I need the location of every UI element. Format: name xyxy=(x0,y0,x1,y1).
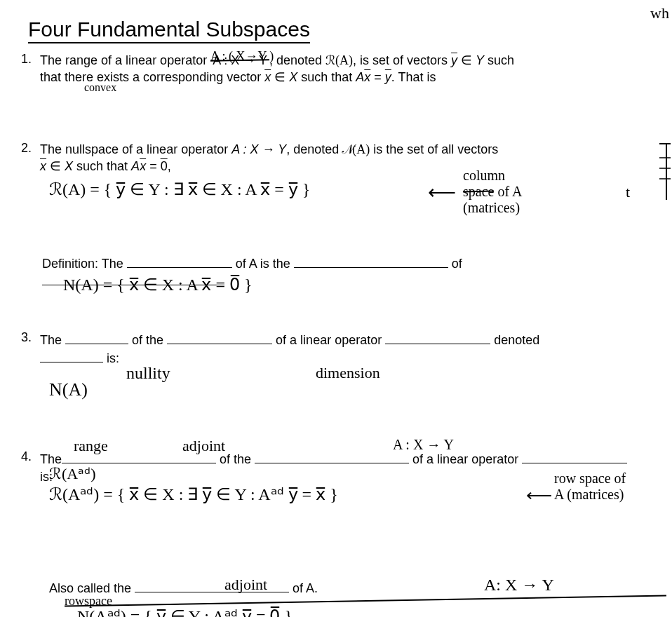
text: The xyxy=(40,333,65,347)
item-1: 1. The range of a linear operator A : X … xyxy=(21,52,651,86)
NA-symbol: 𝒩(A) xyxy=(342,142,370,156)
hw-t: t xyxy=(626,183,630,201)
text: , denoted xyxy=(269,53,325,67)
xbar2: x xyxy=(140,159,146,173)
margin-doodle xyxy=(658,140,672,207)
page-fragment-right: wh xyxy=(650,4,669,22)
item-4-number: 4. xyxy=(21,449,36,464)
blank xyxy=(167,330,272,344)
item-4: 4. The of the of a linear operator is: r… xyxy=(21,449,651,484)
text: ∈ X such that A xyxy=(271,70,364,84)
hw-RAad-below: ℛ(Aᵃᵈ) xyxy=(49,465,96,483)
hw-AXY-right: A: X → Y xyxy=(484,576,554,595)
text: . That is xyxy=(391,70,436,84)
text: The nullspace of a linear operator xyxy=(40,142,231,156)
item-3-body: The of the of a linear operator denoted … xyxy=(40,330,643,367)
y-in-Y: y xyxy=(451,53,457,67)
x-bar2: x xyxy=(364,70,370,84)
hw-AXY-top: A : X → Y xyxy=(393,437,454,453)
text: The range of a linear operator xyxy=(40,53,207,67)
blank xyxy=(294,254,448,268)
RA-symbol: ℛ(A) xyxy=(325,53,353,67)
blank xyxy=(40,348,103,362)
item-1-body: The range of a linear operator A : X → Y… xyxy=(40,52,643,86)
text: of a linear operator xyxy=(272,333,385,347)
text: = xyxy=(146,159,161,173)
text: is the set of all vectors xyxy=(370,142,498,156)
hw-space-strike: space xyxy=(463,184,494,199)
text: of the xyxy=(128,333,167,347)
comma: , xyxy=(168,159,171,173)
blank xyxy=(127,254,232,268)
hw-of-A-vis: of A xyxy=(497,184,522,199)
hw-axyfn: A : ( X→Y ) xyxy=(210,49,274,64)
hw-RAad-set: ℛ(Aᵃᵈ) = { x̅ ∈ X : ∃ y̅ ∈ Y : Aᵃᵈ y̅ = … xyxy=(49,484,540,504)
blank xyxy=(522,449,627,463)
text: denoted xyxy=(490,333,539,347)
hw-NA-set: N(A) = { x̅ ∈ X : A x̅ = 0̅ } xyxy=(63,275,252,294)
text: of xyxy=(452,257,462,271)
item-2: 2. The nullspace of a linear operator A … xyxy=(21,141,651,175)
hw-matrices: (matrices) xyxy=(463,200,520,215)
text: of A. xyxy=(289,581,318,595)
x-bar: x xyxy=(264,70,271,84)
blank xyxy=(255,449,409,463)
y-bar: y xyxy=(385,70,391,84)
hw-convex: convex xyxy=(84,81,116,94)
page-title: Four Fundamental Subspaces xyxy=(28,18,310,43)
hw-arrow-left: ⟵ xyxy=(428,181,456,204)
text: , is set of vectors xyxy=(353,53,451,67)
blank xyxy=(385,330,490,344)
text: Also called the xyxy=(49,581,135,595)
text: of a linear operator xyxy=(409,452,522,466)
doodle-svg xyxy=(658,140,672,203)
hw-adjoint-fill: adjoint xyxy=(224,576,267,594)
text: is: xyxy=(103,351,119,365)
text: ∈ X such that A xyxy=(46,159,140,173)
def-label: Definition: The xyxy=(42,257,123,271)
hw-NCA: N(A) xyxy=(49,379,88,400)
hw-rowspace-strike-inner: rowspace xyxy=(65,594,112,608)
hw-rowspace-1: row space of xyxy=(554,470,626,486)
blank xyxy=(65,330,128,344)
hw-RA-set: ℛ(A) = { y̅ ∈ Y : ∃ x̅ ∈ X : A x̅ = y̅ } xyxy=(49,179,310,199)
hw-dimension: dimension xyxy=(316,364,380,382)
hw-nullity: nullity xyxy=(126,364,170,383)
hw-rowspace-2: A (matrices) xyxy=(554,487,624,502)
text: of A is the xyxy=(236,257,294,271)
hw-rowspace: row space of A (matrices) xyxy=(554,470,672,503)
xbar: x xyxy=(40,159,46,173)
text: = xyxy=(370,70,385,84)
item-1-number: 1. xyxy=(21,52,36,67)
hw-arrow2: ⟵ xyxy=(526,484,552,506)
hw-NAad-set: N(Aᵃᵈ) = { y̅ ∈ Y : Aᵃᵈ y̅ = 0̅ } xyxy=(77,606,293,617)
text: The xyxy=(40,452,62,466)
hw-range: range xyxy=(74,437,108,455)
also-called-block: Also called the of A. rowspace adjoint A… xyxy=(49,578,651,611)
text: ∈ Y such xyxy=(457,53,514,67)
item-3: 3. The of the of a linear operator denot… xyxy=(21,330,651,367)
definition-block: Definition: The of A is the of N(A) = { … xyxy=(42,254,651,289)
text: that there exists a corresponding vector xyxy=(40,70,264,84)
hw-column-word: column xyxy=(463,168,505,183)
text: , denoted xyxy=(286,142,342,156)
item-2-number: 2. xyxy=(21,141,36,156)
item-2-body: The nullspace of a linear operator A : X… xyxy=(40,141,643,175)
AXY: A : X → Y xyxy=(231,142,286,156)
hw-column: column space space of Aof A (matrices) xyxy=(463,168,522,216)
hw-adjoint-top: adjoint xyxy=(182,437,225,455)
item-3-number: 3. xyxy=(21,330,36,345)
zero-bar: 0 xyxy=(161,159,168,173)
item-4-body: The of the of a linear operator is: xyxy=(40,449,643,484)
